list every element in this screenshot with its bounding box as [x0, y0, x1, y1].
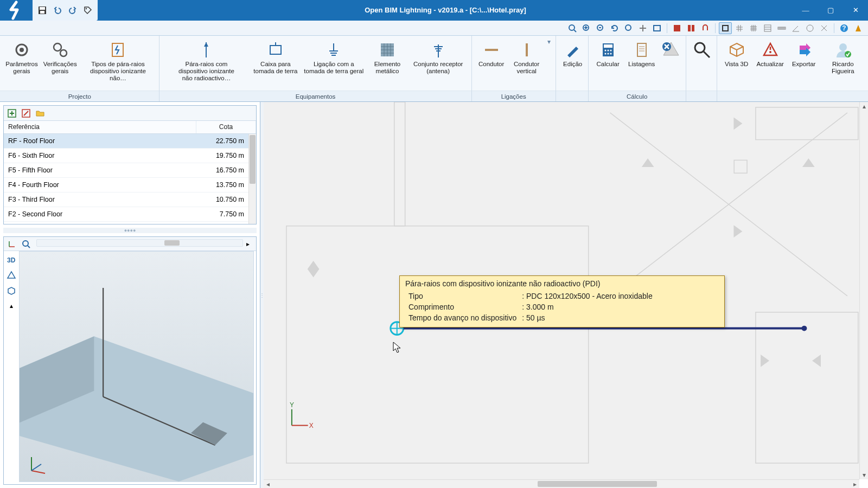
row-ref: F2 - Second Floor [4, 210, 189, 218]
zoom-out-icon[interactable] [622, 22, 635, 34]
ground-box-icon [266, 40, 285, 60]
refresh-icon[interactable] [608, 22, 621, 34]
verificacoes-gerais-button[interactable]: Verificações gerais [41, 38, 79, 77]
pan-icon[interactable] [636, 22, 649, 34]
tooltip-title: Pára-raios com dispositivo ionizante não… [405, 279, 719, 288]
svg-point-12 [626, 25, 631, 30]
svg-point-4 [86, 8, 87, 9]
canvas-vscroll[interactable]: ▴ ▾ [859, 102, 868, 479]
ribbon-overflow[interactable]: ▾ [546, 38, 552, 48]
row-ref: F4 - Fourth Floor [4, 181, 189, 189]
table-scrollbar[interactable] [248, 134, 256, 224]
window-controls: — ▢ ✕ [793, 0, 868, 21]
table-row[interactable]: F3 - Third Floor10.750 m [4, 192, 248, 207]
window-icon[interactable] [650, 22, 663, 34]
table-row[interactable]: F4 - Fourth Floor13.750 m [4, 178, 248, 192]
edit-icon[interactable] [20, 107, 32, 119]
svg-rect-14 [674, 25, 680, 31]
condutor-vertical-button[interactable]: Condutor vertical [509, 38, 545, 77]
close-triangle-icon [661, 40, 681, 60]
canvas-hscroll[interactable]: ◂ ▸ [264, 479, 859, 488]
exportar-button[interactable]: Exportar [788, 38, 820, 70]
next-icon[interactable]: ▸ [242, 238, 254, 250]
collapse-icon[interactable]: ▴ [5, 300, 17, 312]
zoom-fit-icon[interactable] [566, 22, 579, 34]
tag-icon[interactable] [81, 4, 94, 17]
vista-3d-button[interactable]: Vista 3D [720, 38, 753, 70]
svg-point-49 [610, 53, 611, 55]
scroll-down-icon[interactable]: ▾ [860, 471, 868, 479]
plan-canvas[interactable]: Y X Pára-raios com dispositivo ionizante… [264, 102, 859, 479]
ruler-icon[interactable] [775, 22, 788, 34]
canvas-area: Y X Pára-raios com dispositivo ionizante… [264, 102, 868, 488]
angle-icon[interactable] [789, 22, 802, 34]
gear-icon [12, 40, 31, 60]
info-icon[interactable] [852, 22, 865, 34]
parametros-gerais-button[interactable]: Parâmetros gerais [3, 38, 40, 77]
search-cancel-button[interactable] [659, 38, 683, 63]
snap-icon[interactable] [699, 22, 712, 34]
zoom-in-icon[interactable] [594, 22, 607, 34]
layers2-icon[interactable] [685, 22, 698, 34]
scroll-right-icon[interactable]: ▸ [851, 480, 859, 488]
ribbon-group-ligacoes: Condutor Condutor vertical ▾ Ligações [472, 36, 556, 101]
help-icon[interactable]: ? [838, 22, 851, 34]
axis-icon[interactable] [6, 238, 18, 250]
zoom-preview-icon[interactable] [20, 238, 32, 250]
preview-scroll[interactable] [36, 239, 243, 247]
undo-icon[interactable] [51, 4, 64, 17]
pencil-icon [563, 40, 583, 60]
save-icon[interactable] [36, 4, 49, 17]
listagens-button[interactable]: Listagens [626, 38, 658, 70]
pararaios-pdi-button[interactable]: Pára-raios com dispositivo ionizante não… [163, 38, 250, 84]
svg-rect-40 [485, 49, 498, 51]
table-row[interactable]: F2 - Second Floor7.750 m [4, 207, 248, 222]
minimize-button[interactable]: — [793, 0, 818, 21]
folder-icon[interactable] [34, 107, 46, 119]
scroll-left-icon[interactable]: ◂ [264, 480, 272, 488]
table-row[interactable]: F6 - Sixth Floor19.750 m [4, 149, 248, 163]
search-button[interactable] [690, 38, 714, 63]
condutor-button[interactable]: Condutor [475, 38, 508, 70]
grid3-icon[interactable] [761, 22, 774, 34]
table-row[interactable]: F5 - Fifth Floor16.750 m [4, 163, 248, 178]
ligacao-terra-button[interactable]: Ligação com a tomada de terra geral [301, 38, 366, 77]
col-header-ref[interactable]: Referência [4, 121, 196, 133]
add-icon[interactable] [6, 107, 18, 119]
table-row[interactable]: RF - Roof Floor22.750 m [4, 134, 248, 149]
box-icon[interactable] [5, 285, 17, 297]
scroll-up-icon[interactable]: ▴ [860, 102, 868, 111]
grid-icon[interactable] [733, 22, 746, 34]
col-header-cota[interactable]: Cota [196, 121, 256, 133]
app-icon [0, 0, 33, 21]
grid2-icon[interactable] [747, 22, 760, 34]
horizontal-splitter[interactable]: ●●●● [3, 228, 257, 233]
svg-point-20 [807, 25, 813, 31]
ribbon-group-equipamentos: Pára-raios com dispositivo ionizante não… [159, 36, 471, 101]
calcular-button[interactable]: Calcular [592, 38, 624, 70]
maximize-button[interactable]: ▢ [818, 0, 843, 21]
svg-rect-84 [756, 312, 858, 463]
persp-icon[interactable] [5, 269, 17, 281]
antena-button[interactable]: Conjunto receptor (antena) [409, 38, 468, 77]
layers-icon[interactable] [671, 22, 684, 34]
circle-icon[interactable] [803, 22, 816, 34]
document-lightning-icon [108, 40, 127, 60]
view-square-icon[interactable] [719, 22, 732, 34]
caixa-terra-button[interactable]: Caixa para tomada de terra [251, 38, 300, 77]
tools-icon[interactable] [818, 22, 831, 34]
row-cota: 10.750 m [189, 196, 248, 203]
tipos-pararaios-button[interactable]: Tipos de pára-raios dispositivo ionizant… [80, 38, 156, 84]
actualizar-button[interactable]: Actualizar [754, 38, 787, 70]
view3d-icon[interactable]: 3D [5, 254, 17, 266]
axis-y-label: Y [290, 401, 294, 409]
edicao-button[interactable]: Edição [559, 38, 586, 70]
preview-3d-view[interactable] [19, 251, 254, 482]
close-button[interactable]: ✕ [843, 0, 868, 21]
redo-icon[interactable] [66, 4, 79, 17]
elemento-metalico-button[interactable]: Elemento metálico [367, 38, 407, 77]
warning-refresh-icon [761, 40, 780, 60]
svg-line-56 [704, 52, 710, 57]
zoom-window-icon[interactable] [580, 22, 593, 34]
user-button[interactable]: Ricardo Figueira [821, 38, 865, 77]
